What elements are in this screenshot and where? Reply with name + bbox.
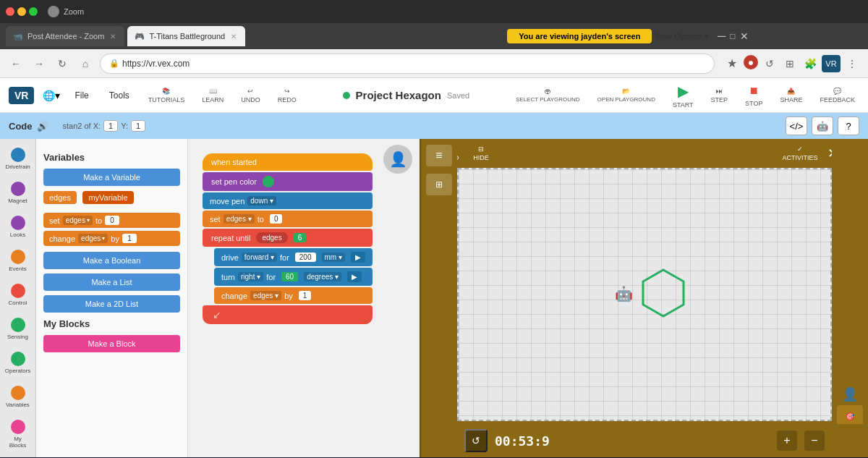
undo-btn[interactable]: ↩ UNDO: [237, 86, 265, 105]
profile-btn[interactable]: VR: [822, 55, 841, 72]
robot-view-btn[interactable]: 🤖: [812, 116, 833, 135]
menu-btn[interactable]: ⋮: [843, 55, 861, 72]
block-drive-forward[interactable]: drive forward ▾ for 200 mm ▾ ▶: [214, 248, 373, 266]
hexagon: [634, 264, 692, 325]
project-saved: Saved: [447, 91, 469, 100]
feedback-btn[interactable]: 💬 FEEDBACK: [815, 86, 859, 105]
sim-zoom-minus[interactable]: −: [804, 431, 825, 451]
sim-menu-btn[interactable]: ≡: [426, 145, 452, 166]
globe-icon[interactable]: 🌐▾: [43, 90, 60, 101]
change-dropdown[interactable]: edges: [78, 234, 108, 243]
variables-dot: [11, 386, 25, 400]
redo-btn[interactable]: ↪ REDO: [273, 86, 301, 105]
block-change-edges[interactable]: change edges by 1: [43, 231, 180, 246]
sidebar-item-looks[interactable]: Looks: [2, 213, 34, 241]
vex-topbar: VR 🌐▾ File Tools 📚 TUTORIALS 📖 LEARN ↩ U…: [0, 78, 868, 113]
sidebar-item-operators[interactable]: Operators: [2, 349, 34, 377]
win-close-btn[interactable]: [6, 7, 14, 16]
code-label-area: Code 🔊: [9, 121, 48, 132]
make-2d-list-btn[interactable]: Make a 2D List: [43, 295, 180, 313]
make-boolean-btn[interactable]: Make a Boolean: [43, 252, 180, 269]
tutorials-btn[interactable]: 📚 TUTORIALS: [144, 86, 189, 105]
step-btn[interactable]: ⏭ STEP: [707, 86, 733, 105]
share-btn-app[interactable]: 📤 SHARE: [775, 86, 807, 105]
win-min-btn[interactable]: [17, 7, 26, 16]
bookmark-btn[interactable]: ★: [723, 55, 741, 72]
blocks-view-btn[interactable]: </>: [786, 116, 807, 135]
select-playground-btn[interactable]: 🏟 SELECT PLAYGROUND: [511, 86, 584, 104]
block-move-pen[interactable]: move pen down ▾: [203, 192, 373, 209]
block-set-edges-0[interactable]: set edges ▾ to 0: [203, 211, 373, 227]
variables-label: Variables: [6, 402, 30, 408]
svg-marker-0: [643, 270, 684, 316]
tab-label-post: Post Attendee - Zoom: [27, 32, 104, 41]
blocks-panel: Variables Make a Variable edges myVariab…: [36, 139, 188, 457]
tab-postattendee[interactable]: 📹 Post Attendee - Zoom ✕: [6, 26, 124, 46]
block-when-started[interactable]: when started: [203, 153, 373, 171]
address-bar[interactable]: 🔒 https://vr.vex.com: [100, 54, 715, 74]
make-list-btn[interactable]: Make a List: [43, 273, 180, 291]
view-options-button[interactable]: View Options ▾: [655, 32, 709, 41]
tools-menu[interactable]: Tools: [103, 88, 135, 103]
block-set-pen-color[interactable]: set pen color: [203, 172, 373, 191]
learn-btn[interactable]: 📖 LEARN: [197, 86, 228, 105]
reload-ext-btn[interactable]: ↺: [761, 55, 778, 72]
block-turn-right[interactable]: turn right ▾ for 60 degrees ▾ ▶: [214, 268, 373, 286]
zoom-notification-banner: You are viewing jayden's screen: [507, 29, 652, 43]
apps-btn[interactable]: ⊞: [781, 55, 799, 72]
browser-close-btn[interactable]: ✕: [740, 30, 749, 43]
turn-right-dd[interactable]: right ▾: [238, 272, 263, 281]
ext-btn[interactable]: 🧩: [801, 55, 819, 72]
block-repeat-until[interactable]: repeat until edges 6: [203, 229, 373, 247]
sidebar: Drivetrain Magnet Looks Events Control S…: [0, 139, 36, 457]
mm-dd[interactable]: mm ▾: [322, 253, 345, 262]
edges-dd2[interactable]: edges ▾: [224, 214, 255, 224]
stop-btn[interactable]: ■ STOP: [741, 82, 767, 109]
variable-edges-tag[interactable]: edges: [43, 191, 77, 204]
sidebar-item-magnet[interactable]: Magnet: [2, 179, 34, 207]
make-variable-btn[interactable]: Make a Variable: [43, 169, 180, 186]
magnet-label: Magnet: [8, 198, 27, 204]
forward-btn[interactable]: →: [30, 55, 48, 72]
change-edges-dd[interactable]: edges ▾: [250, 291, 281, 300]
sidebar-item-sensing[interactable]: Sensing: [2, 315, 34, 343]
start-btn[interactable]: ▶ START: [668, 81, 698, 110]
sidebar-item-control[interactable]: Control: [2, 281, 34, 309]
sidebar-item-drivetrain[interactable]: Drivetrain: [2, 145, 34, 173]
browser-minimize-btn[interactable]: ─: [718, 30, 726, 43]
events-dot: [11, 250, 25, 264]
block-change-edges-1[interactable]: change edges ▾ by 1: [214, 287, 373, 304]
block-end-repeat[interactable]: ↙: [203, 305, 373, 324]
down-dropdown[interactable]: down ▾: [247, 196, 276, 205]
help-view-btn[interactable]: ?: [838, 116, 859, 135]
degrees-dd[interactable]: degrees ▾: [304, 272, 341, 281]
tab-close-post[interactable]: ✕: [109, 31, 117, 42]
sidebar-item-events[interactable]: Events: [2, 247, 34, 275]
extension-btn[interactable]: ●: [744, 55, 758, 69]
browser-restore-btn[interactable]: □: [730, 30, 735, 43]
sidebar-item-variables[interactable]: Variables: [2, 383, 34, 411]
my-blocks-section-title: My Blocks: [43, 318, 180, 329]
home-btn[interactable]: ⌂: [77, 55, 94, 72]
edges-dropdown[interactable]: edges: [63, 216, 93, 225]
browser-chrome: Zoom 📹 Post Attendee - Zoom ✕ 🎮 T-Titans…: [0, 0, 868, 78]
hide-btn[interactable]: ⊟ HIDE: [469, 144, 493, 163]
file-menu[interactable]: File: [69, 88, 94, 103]
sidebar-item-myblocks[interactable]: My Blocks: [2, 417, 34, 451]
myblocks-label: My Blocks: [5, 436, 31, 449]
tab-close-titans[interactable]: ✕: [229, 31, 238, 42]
tab-titans[interactable]: 🎮 T-Titans Battleground ✕: [127, 26, 245, 46]
refresh-btn[interactable]: ↻: [54, 55, 71, 72]
sim-zoom-plus[interactable]: +: [777, 431, 797, 451]
sim-reset-btn[interactable]: ↺: [464, 429, 488, 452]
back-btn[interactable]: ←: [7, 55, 25, 72]
win-max-btn[interactable]: [29, 7, 38, 16]
open-playground-btn[interactable]: 📂 OPEN PLAYGROUND: [593, 86, 660, 104]
block-set-edges[interactable]: set edges to 0: [43, 213, 180, 228]
activities-btn[interactable]: ✓ ACTIVITIES: [778, 144, 822, 163]
sim-grid-btn[interactable]: ⊞: [426, 174, 452, 195]
forward-dd[interactable]: forward ▾: [242, 253, 277, 262]
variable-myvariable-tag[interactable]: myVariable: [82, 191, 133, 204]
undo-icon: ↩: [247, 88, 253, 95]
make-block-btn[interactable]: Make a Block: [43, 335, 180, 352]
